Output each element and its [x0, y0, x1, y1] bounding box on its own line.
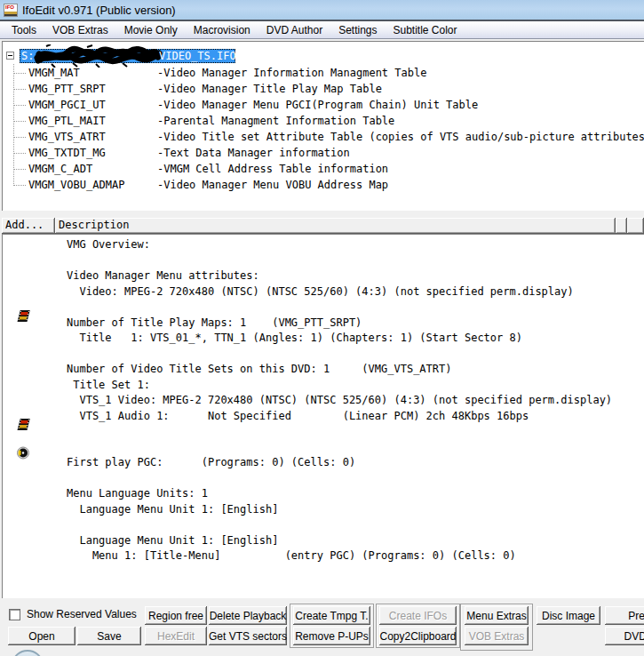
menu-item[interactable]: DVD Author — [258, 22, 330, 38]
ifo-structure-tree: S: VIDEO_TS.IFO VMG — [2, 41, 644, 211]
tree-item[interactable]: VMGM_VOBU_ADMAP -Video Manager Menu VOBU… — [2, 177, 644, 193]
description-text: Video: MPEG-2 720x480 (NTSC) (NTSC 525/6… — [67, 285, 574, 298]
line-type-icon — [17, 316, 32, 329]
description-line[interactable] — [2, 516, 644, 532]
hexedit-button: HexEdit — [145, 627, 207, 645]
create-tmpg-button[interactable]: Create Tmpg T. — [293, 606, 370, 625]
description-line[interactable]: VTS_1 Audio 1: Not Specified (Linear PCM… — [2, 408, 644, 424]
tree-connector-stub — [14, 169, 26, 170]
description-text: Number of Video Title Sets on this DVD: … — [67, 363, 451, 375]
description-line[interactable]: Title 1: VTS_01_*, TTN_1 (Angles: 1) (Ch… — [2, 330, 644, 346]
line-type-icon — [17, 253, 32, 267]
tree-item[interactable]: VMG_PTL_MAIT -Parental Managment Informa… — [2, 113, 644, 129]
description-line[interactable]: Video: MPEG-2 720x480 (NTSC) (NTSC 525/6… — [2, 284, 644, 300]
description-text: VTS_1 Video: MPEG-2 720x480 (NTSC) (NTSC… — [67, 394, 612, 406]
tree-item[interactable]: VMGM_MAT -Video Manager Information Mana… — [2, 65, 644, 81]
tree-item-name: VMG_TXTDT_MG — [28, 147, 106, 159]
add-column-header[interactable]: Add... — [2, 218, 55, 234]
description-line[interactable] — [2, 423, 644, 439]
collapse-expander-icon[interactable] — [6, 52, 14, 60]
dvd-play-button[interactable]: DVD Play — [605, 627, 644, 645]
save-button[interactable]: Save — [77, 627, 141, 645]
tree-item-description: -Parental Managment Information Table — [157, 115, 394, 127]
line-type-icon — [17, 517, 32, 531]
description-line[interactable]: Menu Language Units: 1 — [2, 485, 644, 501]
tree-item[interactable]: VMGM_C_ADT -VMGM Cell Address Table info… — [2, 161, 644, 177]
description-line[interactable]: First play PGC: (Programs: 0) (Cells: 0) — [2, 454, 644, 470]
description-line[interactable] — [2, 470, 644, 486]
list-header-row: Add... Description — [2, 218, 644, 234]
line-type-icon — [17, 409, 32, 422]
description-line[interactable]: VMG Overview: — [2, 236, 644, 252]
menu-extras-button[interactable]: Menu Extras — [465, 606, 529, 625]
tree-item-description: -Video Manager Information Managment Tab… — [157, 67, 426, 79]
open-button[interactable]: Open — [8, 627, 76, 645]
line-type-icon — [17, 486, 32, 500]
menu-item[interactable]: VOB Extras — [44, 22, 116, 38]
tree-root-selected[interactable]: S: VIDEO_TS.IFO — [20, 49, 235, 63]
description-line[interactable] — [2, 439, 644, 455]
menubar: Tools VOB Extras Movie Only Macrovision … — [0, 21, 644, 39]
line-type-icon — [17, 424, 32, 437]
line-type-icon — [17, 548, 32, 562]
description-text: Title 1: VTS_01_*, TTN_1 (Angles: 1) (Ch… — [67, 332, 522, 344]
menu-item[interactable]: Settings — [330, 22, 385, 38]
remove-pups-button[interactable]: Remove P-UPs — [293, 627, 370, 645]
menu-item[interactable]: Macrovision — [186, 22, 258, 38]
description-column-header[interactable]: Description — [55, 218, 616, 234]
description-line[interactable]: Language Menu Unit 1: [English] — [2, 532, 644, 548]
disc-image-button[interactable]: Disc Image — [537, 606, 600, 625]
description-line[interactable]: Number of Video Title Sets on this DVD: … — [2, 361, 644, 377]
tree-item-name: VMGM_VOBU_ADMAP — [28, 179, 124, 191]
show-reserved-values-checkbox[interactable] — [9, 609, 20, 620]
description-list: VMG Overview: — [2, 234, 644, 598]
description-line[interactable]: Number of Title Play Maps: 1 (VMG_PTT_SR… — [2, 315, 644, 331]
tree-connector-stub — [14, 105, 26, 106]
pane-splitter[interactable] — [0, 211, 644, 218]
description-text: Title Set 1: — [67, 379, 150, 391]
ifoedit-window: IFO IfoEdit v0.971 (Public version) Tool… — [0, 0, 644, 656]
tree-item-name: VMG_PTL_MAIT — [28, 115, 106, 127]
copy2clipboard-button[interactable]: Copy2Clipboard — [379, 627, 457, 645]
line-type-icon — [17, 284, 32, 298]
tree-item-description: -VMGM Cell Address Table information — [157, 163, 388, 175]
description-line[interactable]: Language Menu Unit 1: [English] — [2, 501, 644, 517]
tree-item[interactable]: VMG_VTS_ATRT -Video Title set Attribute … — [2, 129, 644, 145]
menu-item[interactable]: Movie Only — [116, 22, 186, 38]
titlebar[interactable]: IFO IfoEdit v0.971 (Public version) — [0, 0, 644, 20]
line-type-icon — [17, 378, 32, 391]
description-text: Number of Title Play Maps: 1 (VMG_PTT_SR… — [67, 316, 362, 329]
menu-item[interactable]: Subtitle Color — [386, 22, 465, 38]
menu-item[interactable]: Tools — [4, 22, 44, 38]
tree-root-row[interactable]: S: VIDEO_TS.IFO — [2, 49, 644, 65]
get-vts-sectors-button[interactable]: Get VTS sectors — [209, 627, 287, 645]
description-line[interactable]: VTS_1 Video: MPEG-2 720x480 (NTSC) (NTSC… — [2, 392, 644, 408]
create-ifos-button: Create IFOs — [379, 606, 457, 625]
blank-column-header[interactable] — [616, 218, 627, 234]
tree-items: VMGM_MAT -Video Manager Information Mana… — [2, 65, 644, 193]
description-line[interactable] — [2, 252, 644, 268]
line-type-icon — [17, 268, 32, 282]
region-free-button[interactable]: Region free — [145, 606, 207, 625]
blank-column-header[interactable] — [627, 218, 644, 234]
tree-item-description: -Video Title set Attribute Table (copies… — [157, 131, 644, 143]
tree-item-description: -Video Manager Title Play Map Table — [157, 83, 382, 95]
description-line[interactable] — [2, 346, 644, 362]
description-line[interactable]: Video Manager Menu attributes: — [2, 268, 644, 284]
tree-connector-stub — [14, 185, 26, 186]
description-line[interactable] — [2, 299, 644, 315]
description-text: First play PGC: (Programs: 0) (Cells: 0) — [67, 456, 355, 468]
preview-button[interactable]: Preview — [605, 606, 644, 625]
tree-item[interactable]: VMG_PTT_SRPT -Video Manager Title Play M… — [2, 81, 644, 97]
line-type-icon — [17, 300, 32, 313]
delete-playback-button[interactable]: Delete Playback — [209, 606, 287, 625]
show-reserved-values-control: Show Reserved Values — [9, 608, 137, 620]
tree-item[interactable]: VMG_TXTDT_MG -Text Data Manager informat… — [2, 145, 644, 161]
description-line[interactable]: Title Set 1: — [2, 377, 644, 393]
tree-item[interactable]: VMGM_PGCI_UT -Video Manager Menu PGCI(Pr… — [2, 97, 644, 113]
description-line[interactable]: Menu 1: [Title-Menu] (entry PGC) (Progra… — [2, 548, 644, 564]
window-title: IfoEdit v0.971 (Public version) — [22, 4, 176, 17]
line-type-icon — [17, 455, 32, 468]
tree-item-name: VMGM_MAT — [28, 67, 80, 79]
show-reserved-values-label: Show Reserved Values — [27, 608, 137, 620]
